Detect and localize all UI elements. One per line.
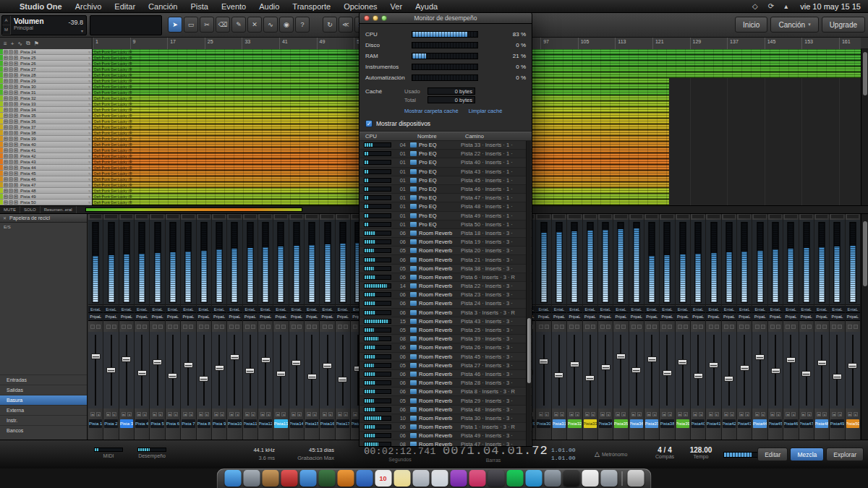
mute-button[interactable]: m xyxy=(678,412,682,416)
mute-button[interactable]: m xyxy=(4,177,8,181)
track-header[interactable]: ms●Pista 41≈ xyxy=(0,147,92,153)
solo-button[interactable]: s xyxy=(9,61,13,66)
mixer-scrollbar[interactable] xyxy=(861,214,868,440)
mixer-channel[interactable]: EntaLPripaLmsPista14 xyxy=(289,214,305,440)
send-slot[interactable] xyxy=(158,325,163,329)
mute-button[interactable]: m xyxy=(832,412,836,416)
send-slot[interactable] xyxy=(229,325,234,329)
send-slot[interactable] xyxy=(684,325,688,329)
fader-handle[interactable] xyxy=(184,362,193,368)
menu-item-pista[interactable]: Pista xyxy=(184,0,214,12)
itunes-legacy-icon[interactable] xyxy=(450,470,467,487)
record-button[interactable]: ● xyxy=(14,148,18,153)
mute-button[interactable]: m xyxy=(4,67,8,72)
fader-zone[interactable] xyxy=(629,332,644,408)
mute-button[interactable]: m xyxy=(569,412,574,416)
send-slot[interactable] xyxy=(90,325,95,329)
channel-name[interactable]: Pista 7 xyxy=(182,419,195,428)
mixer-channel[interactable]: EntaLPripaLmsPista40 xyxy=(691,214,706,440)
mute-button[interactable]: m xyxy=(4,131,8,135)
send-slot[interactable] xyxy=(786,325,790,329)
send-slot[interactable] xyxy=(569,325,574,329)
send-slot[interactable] xyxy=(709,325,713,329)
send-slot[interactable] xyxy=(260,325,265,329)
track-header[interactable]: ms●Pista 28≈ xyxy=(0,72,92,78)
panel-item-entradas[interactable]: Entradas xyxy=(0,374,87,385)
device-row[interactable]: 01Pro EQPista 45 · Inserts · 1 · xyxy=(359,176,532,185)
solo-button[interactable]: s xyxy=(745,412,749,416)
menu-item-opciones[interactable]: Opciones xyxy=(337,0,383,12)
fader-zone[interactable] xyxy=(799,332,814,408)
send-slot[interactable] xyxy=(281,325,286,329)
mute-button[interactable]: m xyxy=(600,412,605,416)
performance-monitor-window[interactable]: Monitor de desempeño CPU83 %Disco0 %RAM2… xyxy=(359,12,532,447)
send-slot[interactable] xyxy=(801,325,806,329)
mixer-channel[interactable]: EntaLPripaLmsPista32 xyxy=(567,214,582,440)
mixer-channel[interactable]: EntaLPripaLmsPista42 xyxy=(722,214,737,440)
solo-button[interactable]: s xyxy=(9,79,13,83)
solo-button[interactable]: s xyxy=(9,160,13,164)
send-slot[interactable] xyxy=(554,325,558,329)
solo-button[interactable]: s xyxy=(189,412,193,416)
send-slot[interactable] xyxy=(292,325,296,329)
fader-zone[interactable] xyxy=(567,332,582,408)
solo-button[interactable]: s xyxy=(9,56,13,60)
panel-item-instr[interactable]: Instr. xyxy=(0,415,87,425)
mute-button[interactable]: m xyxy=(183,412,187,416)
solo-button[interactable]: s xyxy=(9,114,13,118)
channel-name[interactable]: Pista44 xyxy=(753,419,766,428)
notes-icon[interactable] xyxy=(393,470,410,487)
solo-button[interactable]: s xyxy=(281,412,286,416)
fader-handle[interactable] xyxy=(245,368,255,374)
send-slot[interactable] xyxy=(344,325,348,329)
track-list-icon[interactable]: ≡ xyxy=(4,40,7,47)
mute-button[interactable]: m xyxy=(276,412,280,416)
record-button[interactable]: ● xyxy=(14,108,18,112)
solo-button[interactable]: s xyxy=(9,148,13,153)
range-tool[interactable]: ▭ xyxy=(184,17,198,33)
record-button[interactable]: ● xyxy=(14,189,18,193)
send-slot[interactable] xyxy=(585,325,590,329)
channel-name[interactable]: Pista41 xyxy=(707,419,720,428)
mute-tab[interactable]: MUTE xyxy=(0,206,20,213)
fader-zone[interactable] xyxy=(783,332,798,408)
device-row[interactable]: 06Room ReverbPista 45 · Inserts · 3 · xyxy=(359,353,532,361)
song-overview-strip[interactable] xyxy=(85,207,302,212)
fader-handle[interactable] xyxy=(771,368,780,374)
fader-handle[interactable] xyxy=(601,364,610,370)
music-icon[interactable] xyxy=(469,470,485,487)
track-header[interactable]: ms●Pista 24≈ xyxy=(0,49,92,55)
send-slot[interactable] xyxy=(323,325,327,329)
scrollbar-thumb[interactable] xyxy=(527,318,531,383)
track-header[interactable]: ms●Pista 46≈ xyxy=(0,176,92,182)
mixer-channel[interactable]: EntaLPripaLmsPista33 xyxy=(583,214,598,440)
fader-handle[interactable] xyxy=(694,373,703,379)
send-slot[interactable] xyxy=(715,325,719,329)
send-slot[interactable] xyxy=(848,325,852,329)
mixer-channel[interactable]: EntaLPripaLmsPista 9 xyxy=(212,214,227,440)
fader-zone[interactable] xyxy=(583,332,597,408)
mixer-channel[interactable]: EntaLPripaLmsPista49 xyxy=(830,214,845,440)
fader-handle[interactable] xyxy=(740,365,749,371)
mixer-channel[interactable]: EntaLPripaLmsPista 6 xyxy=(166,214,181,440)
monitor-icon[interactable]: M xyxy=(2,25,10,35)
time-machine-icon[interactable]: ⟳ xyxy=(763,2,779,10)
send-slot[interactable] xyxy=(807,325,812,329)
track-header[interactable]: ms●Pista 49≈ xyxy=(0,194,92,200)
device-row[interactable]: 01Pro EQPista 43 · Inserts · 1 · xyxy=(359,168,532,176)
channel-name[interactable]: Pista30 xyxy=(537,419,550,428)
fader-zone[interactable] xyxy=(181,332,195,408)
fader-handle[interactable] xyxy=(91,354,101,359)
send-slot[interactable] xyxy=(312,325,317,329)
fader-zone[interactable] xyxy=(706,332,720,408)
volume-panel[interactable]: A M Volumen Principal -39.8 ▾ xyxy=(1,15,87,35)
mute-button[interactable]: m xyxy=(662,412,666,416)
activity-monitor-icon[interactable] xyxy=(582,470,598,487)
inicio-button[interactable]: Inicio xyxy=(735,17,767,33)
upgrade-button[interactable]: Upgrade xyxy=(822,17,865,33)
solo-button[interactable]: s xyxy=(96,412,101,416)
solo-button[interactable]: s xyxy=(668,412,672,416)
device-row[interactable]: 06Room ReverbPista 28 · Inserts · 3 · xyxy=(359,379,532,388)
finder-icon[interactable] xyxy=(224,470,241,487)
record-button[interactable]: ● xyxy=(14,96,18,100)
